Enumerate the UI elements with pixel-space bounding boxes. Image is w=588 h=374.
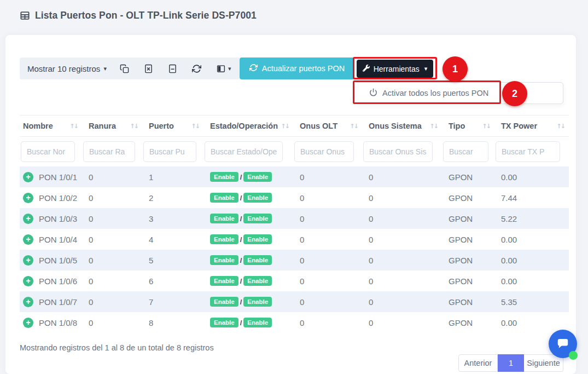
estado-operacion-cell: Enable/Enable xyxy=(203,291,293,312)
column-header-label: Onus OLT xyxy=(300,122,337,130)
puerto-cell: 8 xyxy=(142,312,203,333)
column-header-5[interactable]: Onus Sistema↑↓ xyxy=(362,116,442,136)
onus-sistema-value: 0 xyxy=(369,318,373,327)
copy-button[interactable] xyxy=(120,64,129,73)
annotation-step-2: 2 xyxy=(502,81,527,106)
tipo-cell: GPON xyxy=(442,187,494,208)
excel-file-icon xyxy=(144,64,153,73)
column-header-0[interactable]: Nombre↑↓ xyxy=(20,116,82,136)
ranura-value: 0 xyxy=(89,318,93,327)
column-search-input-4[interactable] xyxy=(294,141,354,162)
tx-power-value: 0.00 xyxy=(501,172,517,182)
sort-icon: ↑↓ xyxy=(130,123,138,130)
tipo-cell: GPON xyxy=(442,271,494,291)
puerto-value: 4 xyxy=(149,235,153,244)
expand-row-button[interactable]: + xyxy=(23,193,33,203)
port-name: PON 1/0/7 xyxy=(39,297,77,307)
expand-row-button[interactable]: + xyxy=(23,255,33,266)
ranura-cell: 0 xyxy=(82,271,142,291)
tipo-value: GPON xyxy=(449,318,473,327)
update-pon-ports-button[interactable]: Actualizar puertos PON xyxy=(240,57,354,79)
tools-dropdown-button[interactable]: Herramientas ▾ xyxy=(357,60,433,78)
column-header-3[interactable]: Estado/Operación↑↓ xyxy=(203,116,293,136)
ranura-value: 0 xyxy=(89,214,93,223)
excel-export-button[interactable] xyxy=(144,64,153,73)
activate-all-pon-ports-item[interactable]: Activar todos los puertos PON xyxy=(355,83,563,103)
column-search-input-2[interactable] xyxy=(143,141,196,162)
app-viewport: Lista Puertos Pon - OLT TP-Link Serie DS… xyxy=(0,0,588,374)
estado-operacion-cell: Enable/Enable xyxy=(203,208,293,229)
tx-power-value: 7.44 xyxy=(501,193,517,203)
column-header-7[interactable]: TX Power↑↓ xyxy=(494,116,569,136)
power-icon xyxy=(369,88,377,98)
expand-row-button[interactable]: + xyxy=(23,318,33,328)
pagination-previous-button[interactable]: Anterior xyxy=(458,354,498,372)
onus-sistema-cell: 0 xyxy=(362,271,442,291)
pagination-page-1-button[interactable]: 1 xyxy=(498,354,524,372)
reload-table-button[interactable] xyxy=(192,64,201,73)
tx-power-value: 0.00 xyxy=(501,256,517,265)
puerto-cell: 6 xyxy=(142,271,203,291)
tx-power-value: 0.00 xyxy=(501,318,517,327)
badge-separator: / xyxy=(240,194,242,202)
onus-sistema-cell: 0 xyxy=(362,166,442,187)
column-visibility-button[interactable]: ▾ xyxy=(216,64,231,73)
table-row: +PON 1/0/505Enable/Enable00GPON0.00 xyxy=(20,250,569,271)
expand-row-button[interactable]: + xyxy=(23,234,33,245)
puerto-value: 1 xyxy=(149,172,153,182)
pagination: Anterior 1 Siguiente xyxy=(458,354,563,372)
pdf-export-button[interactable] xyxy=(168,64,177,73)
onus-sistema-cell: 0 xyxy=(362,229,442,250)
estado-operacion-cell: Enable/Enable xyxy=(203,250,293,271)
update-pon-ports-label: Actualizar puertos PON xyxy=(262,64,345,73)
puerto-value: 5 xyxy=(149,256,153,265)
search-cell xyxy=(442,141,494,162)
expand-row-button[interactable]: + xyxy=(23,276,33,286)
ranura-cell: 0 xyxy=(82,166,142,187)
puerto-cell: 2 xyxy=(142,187,203,208)
column-search-input-5[interactable] xyxy=(363,141,433,162)
export-buttons: ▾ xyxy=(120,64,231,73)
onus-olt-value: 0 xyxy=(300,193,304,203)
puerto-value: 2 xyxy=(149,193,153,203)
tx-power-value: 0.00 xyxy=(501,235,517,244)
operacion-badge: Enable xyxy=(243,234,272,245)
puerto-cell: 5 xyxy=(142,250,203,271)
table-row: +PON 1/0/101Enable/Enable00GPON0.00 xyxy=(20,166,569,187)
column-header-6[interactable]: Tipo↑↓ xyxy=(442,116,494,136)
column-header-1[interactable]: Ranura↑↓ xyxy=(82,116,142,136)
ranura-value: 0 xyxy=(89,256,93,265)
name-cell: +PON 1/0/6 xyxy=(20,271,82,291)
estado-operacion-cell: Enable/Enable xyxy=(203,312,293,333)
tipo-cell: GPON xyxy=(442,291,494,312)
column-search-input-0[interactable] xyxy=(21,141,75,162)
puerto-cell: 7 xyxy=(142,291,203,312)
port-name: PON 1/0/6 xyxy=(39,277,77,286)
pon-ports-table: Nombre↑↓Ranura↑↓Puerto↑↓Estado/Operación… xyxy=(20,115,569,333)
onus-olt-value: 0 xyxy=(300,172,304,182)
page-length-select[interactable]: Mostrar 10 registros ▾ xyxy=(27,64,107,73)
port-name: PON 1/0/8 xyxy=(39,318,77,327)
chat-widget-button[interactable] xyxy=(549,330,577,358)
column-search-input-6[interactable] xyxy=(443,141,488,162)
onus-sistema-cell: 0 xyxy=(362,291,442,312)
search-cell xyxy=(82,141,142,162)
column-search-input-7[interactable] xyxy=(496,141,560,162)
tipo-value: GPON xyxy=(449,235,473,244)
ranura-cell: 0 xyxy=(82,208,142,229)
column-search-input-3[interactable] xyxy=(205,141,283,162)
table-row: +PON 1/0/707Enable/Enable00GPON5.35 xyxy=(20,291,569,312)
tx-power-cell: 0.00 xyxy=(494,166,569,187)
puerto-cell: 1 xyxy=(142,166,203,187)
ranura-value: 0 xyxy=(89,277,93,286)
expand-row-button[interactable]: + xyxy=(23,214,33,224)
column-header-4[interactable]: Onus OLT↑↓ xyxy=(293,116,362,136)
expand-row-button[interactable]: + xyxy=(23,172,33,182)
tx-power-cell: 5.35 xyxy=(494,291,569,312)
column-search-input-1[interactable] xyxy=(83,141,135,162)
operacion-badge: Enable xyxy=(243,318,272,328)
expand-row-button[interactable]: + xyxy=(23,297,33,307)
table-icon xyxy=(20,10,30,21)
column-header-2[interactable]: Puerto↑↓ xyxy=(142,116,203,136)
operacion-badge: Enable xyxy=(243,276,272,286)
